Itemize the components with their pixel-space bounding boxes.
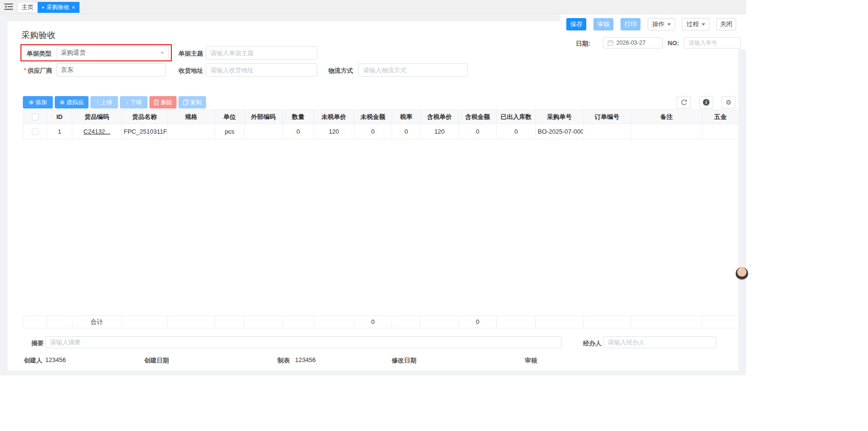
footer-cell-empty: [314, 316, 354, 328]
chevron-down-icon: [667, 23, 671, 26]
create-date-label: 创建日期: [144, 356, 169, 365]
header-amount-ex-tax: 未税金额: [354, 110, 392, 124]
cell-select: [23, 124, 47, 139]
process-label: 过程: [687, 20, 699, 29]
doc-type-value: 采购退货: [61, 49, 86, 57]
cell-remark[interactable]: [631, 124, 702, 139]
cell-tax-rate[interactable]: 0: [392, 124, 421, 139]
row-checkbox[interactable]: [32, 128, 39, 135]
address-input[interactable]: [206, 63, 317, 77]
info-button[interactable]: i: [699, 96, 713, 108]
cell-item-code: C24132...: [72, 124, 122, 139]
cell-inout-qty: 0: [497, 124, 536, 139]
add-virtual-item-button[interactable]: ⊕虚拟品: [55, 96, 89, 108]
date-label: 日期:: [576, 39, 590, 48]
cell-amount-ex-tax: 0: [354, 124, 392, 139]
save-button[interactable]: 保存: [566, 18, 586, 30]
summary-label: 摘要: [31, 339, 44, 348]
item-code-link[interactable]: C24132...: [83, 128, 110, 135]
table-row[interactable]: 1 C24132... FPC_2510311F... pcs 0 120 0 …: [23, 124, 739, 139]
move-up-label: 上移: [101, 98, 112, 107]
summary-input[interactable]: [45, 336, 562, 348]
tab-home[interactable]: 主页: [17, 2, 38, 13]
move-up-button[interactable]: ↑上移: [90, 96, 118, 108]
footer-cell-empty: [47, 316, 72, 328]
table-footer-row: 合计 0 0: [23, 316, 739, 328]
cell-amount-inc-tax: 0: [459, 124, 497, 139]
calendar-icon: [608, 40, 613, 46]
date-value: 2026-03-27: [616, 39, 645, 46]
doc-type-label: 单据类型: [27, 49, 51, 58]
arrow-up-icon: ↑: [96, 99, 99, 106]
footer-cell-empty: [583, 316, 631, 328]
add-label: 添加: [36, 98, 47, 107]
logistics-input[interactable]: [358, 63, 468, 77]
move-down-label: 下移: [130, 98, 142, 107]
chevron-down-icon: [160, 52, 164, 54]
menu-fold-icon[interactable]: [4, 3, 13, 12]
footer-cell-empty: [631, 316, 702, 328]
footer-cell-empty: [245, 316, 283, 328]
header-item-code: 货品编码: [72, 110, 122, 124]
cell-qty[interactable]: 0: [283, 124, 314, 139]
tab-bar: 主页 ● 采购验收 ×: [0, 0, 746, 14]
footer-cell-empty: [421, 316, 459, 328]
avatar[interactable]: [735, 267, 749, 280]
header-tax-rate: 税率: [392, 110, 421, 124]
doc-subject-input[interactable]: [206, 46, 317, 59]
agent-input[interactable]: [603, 336, 716, 348]
tab-close-icon[interactable]: ×: [72, 4, 75, 11]
select-all-checkbox[interactable]: [32, 114, 39, 120]
move-down-button[interactable]: ↓下移: [120, 96, 148, 108]
cell-price-ex-tax[interactable]: 120: [314, 124, 354, 139]
footer-cell-empty: [702, 316, 739, 328]
header-amount-inc-tax: 含税金额: [459, 110, 497, 124]
date-input[interactable]: 2026-03-27: [603, 37, 663, 49]
arrow-down-icon: ↓: [126, 99, 128, 106]
process-dropdown-button[interactable]: 过程: [682, 18, 710, 30]
footer-cell-empty: [122, 316, 168, 328]
header-select-all: [23, 110, 47, 124]
cell-po-no: BO-2025-07-0002: [536, 124, 583, 139]
print-button[interactable]: 打印: [621, 18, 641, 30]
delete-label: 删除: [161, 98, 172, 107]
virtual-label: 虚拟品: [67, 98, 84, 107]
close-button[interactable]: 关闭: [716, 18, 736, 30]
table-header-row: ID 货品编码 货品名称 规格 单位 外部编码 数量 未税单价 未税金额 税率 …: [23, 110, 739, 124]
no-label: NO:: [668, 39, 679, 47]
cell-id: 1: [47, 124, 72, 139]
doc-type-select[interactable]: 采购退货: [56, 46, 169, 59]
add-row-button[interactable]: ⊕添加: [23, 96, 53, 108]
cell-ext-code: [245, 124, 283, 139]
cell-hardware: [702, 124, 739, 139]
copy-row-button[interactable]: 复制: [178, 96, 206, 108]
page-title: 采购验收: [21, 29, 56, 41]
header-ext-code: 外部编码: [245, 110, 283, 124]
footer-cell-empty: [283, 316, 314, 328]
header-price-inc-tax: 含税单价: [421, 110, 459, 124]
header-po-no: 采购单号: [536, 110, 583, 124]
no-input[interactable]: [684, 37, 741, 49]
delete-row-button[interactable]: 删除: [149, 96, 177, 108]
audit-button[interactable]: 审核: [593, 18, 613, 30]
header-unit: 单位: [215, 110, 245, 124]
copy-label: 复制: [190, 98, 202, 107]
plus-circle-icon: ⊕: [59, 99, 64, 106]
modify-date-label: 修改日期: [392, 356, 416, 365]
supplier-input[interactable]: [56, 63, 166, 77]
cell-unit: pcs: [215, 124, 245, 139]
refresh-button[interactable]: [677, 96, 691, 108]
tab-purchase-acceptance[interactable]: ● 采购验收 ×: [38, 2, 79, 13]
footer-amount-inc-tax-total: 0: [459, 316, 497, 328]
items-table: ID 货品编码 货品名称 规格 单位 外部编码 数量 未税单价 未税金额 税率 …: [23, 109, 739, 328]
gear-icon: ⚙: [726, 98, 732, 106]
operate-dropdown-button[interactable]: 操作: [648, 18, 675, 30]
cell-price-inc-tax[interactable]: 120: [421, 124, 459, 139]
header-hardware: 五金: [702, 110, 739, 124]
footer-cell-empty: [497, 316, 536, 328]
table-body-empty-area: [23, 139, 739, 315]
footer-cell-empty: [392, 316, 421, 328]
audit-label: 审核: [525, 356, 537, 365]
logistics-label: 物流方式: [328, 67, 353, 75]
settings-button[interactable]: ⚙: [721, 96, 736, 108]
